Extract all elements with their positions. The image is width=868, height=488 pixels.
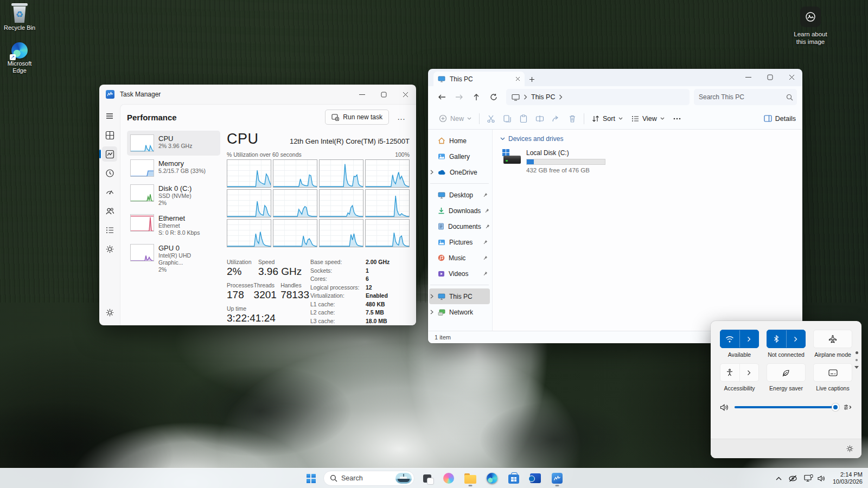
sidebar-item-gallery[interactable]: Gallery <box>429 149 490 164</box>
close-icon[interactable] <box>781 69 802 85</box>
file-explorer-button[interactable] <box>461 470 480 487</box>
page-down-arrow-icon[interactable] <box>854 366 859 369</box>
app-history-icon[interactable] <box>102 165 117 181</box>
sidebar-item-music[interactable]: Music <box>429 250 490 266</box>
address-bar[interactable]: This PC <box>506 89 690 105</box>
volume-slider[interactable] <box>735 406 838 408</box>
page-dot[interactable] <box>856 359 858 361</box>
presence-sensing-icon[interactable] <box>786 470 800 486</box>
image-info-icon[interactable] <box>800 7 821 27</box>
settings-gear-icon[interactable] <box>846 445 854 453</box>
desktop-icon-recycle-bin[interactable]: ♻ Recycle Bin <box>0 3 39 31</box>
sidebar-item-downloads[interactable]: Downloads <box>429 203 490 219</box>
refresh-icon[interactable] <box>486 89 502 105</box>
volume-icon[interactable] <box>720 403 729 412</box>
start-button[interactable] <box>302 470 320 487</box>
chevron-right-icon[interactable] <box>430 294 433 299</box>
minimize-icon[interactable] <box>737 69 759 85</box>
live-captions-tile[interactable] <box>813 363 852 382</box>
devices-and-drives-header[interactable]: Devices and drives <box>500 135 802 143</box>
sidebar-item-this-pc[interactable]: This PC <box>429 288 490 304</box>
perf-item-cpu[interactable]: CPU2% 3.96 GHz <box>127 131 220 156</box>
airplane-mode-tile[interactable] <box>813 330 852 348</box>
edge-button[interactable] <box>483 470 501 487</box>
chevron-right-icon[interactable] <box>430 170 433 175</box>
chevron-right-icon[interactable] <box>524 94 527 100</box>
maximize-icon[interactable] <box>373 85 394 104</box>
new-button[interactable]: New <box>435 111 476 127</box>
accessibility-tile[interactable] <box>720 363 759 382</box>
audio-output-select-icon[interactable] <box>844 403 852 411</box>
new-tab-icon[interactable] <box>525 72 539 86</box>
delete-icon[interactable] <box>564 111 580 127</box>
back-icon[interactable] <box>433 89 450 105</box>
nav-menu-icon[interactable] <box>102 108 117 124</box>
learn-about-image[interactable]: Learn about this image <box>784 7 837 46</box>
accessibility-expand-chevron-icon[interactable] <box>739 364 759 381</box>
bluetooth-expand-chevron-icon[interactable] <box>786 330 806 348</box>
explorer-search[interactable] <box>694 89 797 105</box>
perf-item-gpu[interactable]: GPU 0Intel(R) UHD Graphic...2% <box>127 240 220 277</box>
view-button[interactable]: View <box>627 111 669 127</box>
copilot-button[interactable] <box>439 470 458 487</box>
paste-icon[interactable] <box>515 111 532 127</box>
more-options-icon[interactable]: ... <box>393 110 410 125</box>
startup-apps-icon[interactable] <box>102 184 117 200</box>
settings-gear-icon[interactable] <box>102 305 117 320</box>
task-manager-button[interactable] <box>548 470 566 487</box>
search-input[interactable] <box>699 93 783 101</box>
sidebar-item-home[interactable]: Home <box>429 133 490 149</box>
quick-settings-page-indicator[interactable] <box>854 351 859 369</box>
minimize-icon[interactable] <box>351 85 373 104</box>
page-dot-active[interactable] <box>856 351 858 354</box>
volume-slider-thumb[interactable] <box>832 403 839 411</box>
processes-icon[interactable] <box>102 127 117 143</box>
copy-icon[interactable] <box>499 111 515 127</box>
energy-saver-tile[interactable] <box>767 363 806 382</box>
rename-icon[interactable] <box>532 111 548 127</box>
share-icon[interactable] <box>548 111 564 127</box>
users-icon[interactable] <box>102 203 117 219</box>
sidebar-item-pictures[interactable]: Pictures <box>429 234 490 250</box>
desktop-icon-edge[interactable]: ↗ Microsoft Edge <box>0 42 39 74</box>
up-icon[interactable] <box>468 89 484 105</box>
wifi-expand-chevron-icon[interactable] <box>739 330 759 348</box>
perf-item-disk[interactable]: Disk 0 (C:)SSD (NVMe)2% <box>127 181 220 210</box>
chevron-right-icon[interactable] <box>430 310 433 314</box>
network-and-volume-tray[interactable] <box>801 470 828 486</box>
sidebar-item-onedrive[interactable]: OneDrive <box>429 164 490 180</box>
sidebar-item-desktop[interactable]: Desktop <box>429 187 490 203</box>
drive-item-local-disk-c[interactable]: Local Disk (C:) 432 GB free of 476 GB <box>502 149 611 174</box>
tab-close-icon[interactable] <box>515 76 520 81</box>
chevron-right-icon[interactable] <box>559 94 563 100</box>
task-view-button[interactable] <box>418 470 436 487</box>
taskbar-search-input[interactable] <box>341 474 392 482</box>
maximize-icon[interactable] <box>759 69 781 85</box>
taskbar-clock[interactable]: 2:14 PM 10/03/2026 <box>829 471 866 485</box>
see-more-icon[interactable] <box>669 111 685 127</box>
search-highlight-image[interactable] <box>395 473 412 484</box>
hidden-icons-chevron[interactable] <box>773 470 784 486</box>
wifi-tile[interactable] <box>720 330 759 348</box>
perf-item-memory[interactable]: Memory5.2/15.7 GB (33%) <box>127 156 220 181</box>
perf-item-ethernet[interactable]: EthernetEthernetS: 0 R: 8.0 Kbps <box>127 210 220 240</box>
wifi-icon[interactable] <box>720 330 739 348</box>
details-icon[interactable] <box>102 222 117 237</box>
tab-this-pc[interactable]: This PC <box>433 72 525 86</box>
bluetooth-icon[interactable] <box>767 330 786 348</box>
accessibility-icon[interactable] <box>720 364 739 381</box>
close-icon[interactable] <box>394 85 416 104</box>
store-button[interactable] <box>505 470 523 487</box>
sidebar-item-videos[interactable]: Videos <box>429 266 490 281</box>
run-new-task-button[interactable]: Run new task <box>325 110 389 125</box>
forward-icon[interactable] <box>451 89 467 105</box>
breadcrumb[interactable]: This PC <box>531 93 555 101</box>
services-icon[interactable] <box>102 241 117 256</box>
details-pane-button[interactable]: Details <box>764 115 796 123</box>
outlook-button[interactable] <box>526 470 545 487</box>
bluetooth-tile[interactable] <box>767 330 806 348</box>
explorer-tab-bar[interactable]: This PC <box>428 69 802 86</box>
task-manager-titlebar[interactable]: Task Manager <box>99 85 416 104</box>
taskbar-search[interactable] <box>323 471 414 486</box>
performance-icon[interactable] <box>102 146 117 162</box>
